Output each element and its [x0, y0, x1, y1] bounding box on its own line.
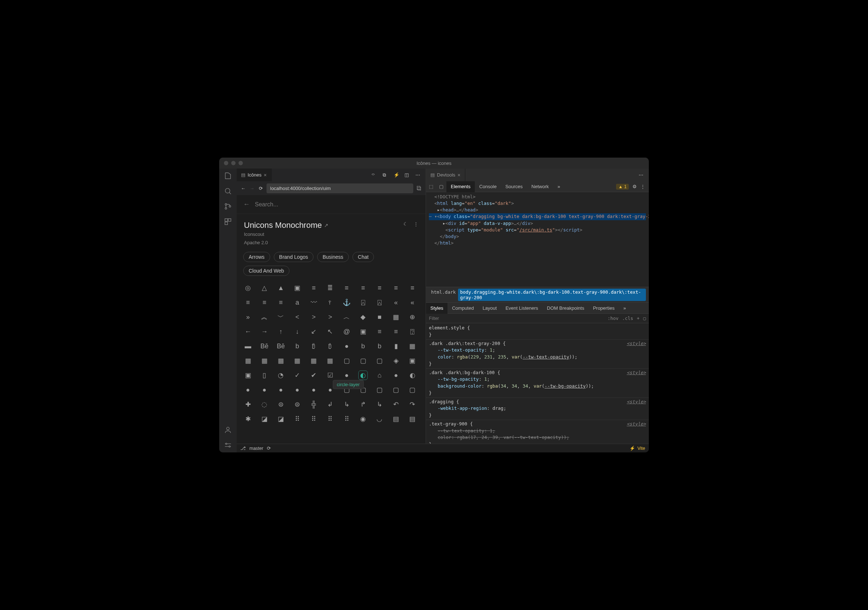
dom-selected-body[interactable]: ⋯ ▾<body class="dragging bg-white dark:b… [429, 213, 646, 220]
grid-icon[interactable]: > [326, 312, 335, 322]
grid-icon[interactable]: ≡ [375, 327, 384, 336]
grid-icon[interactable]: ⠿ [342, 414, 351, 424]
grid-icon[interactable]: ▦ [326, 356, 335, 365]
grid-icon[interactable]: ≡ [391, 327, 401, 336]
search-placeholder[interactable]: Search... [255, 201, 419, 208]
grid-icon[interactable]: ⫯ [326, 298, 335, 307]
subtab-styles[interactable]: Styles [426, 303, 448, 314]
git-branch[interactable]: master [250, 446, 263, 451]
grid-icon[interactable]: ⠿ [326, 414, 335, 424]
device-toggle-icon[interactable]: ▢ [436, 184, 446, 189]
reload-icon[interactable]: ⟳ [258, 186, 264, 191]
grid-icon[interactable]: ▬ [243, 341, 253, 351]
grid-icon[interactable]: » [243, 312, 253, 322]
grid-icon[interactable]: ▦ [243, 356, 253, 365]
grid-icon[interactable]: ≡ [342, 283, 351, 293]
subtab-computed[interactable]: Computed [448, 303, 478, 314]
grid-icon[interactable]: ▣ [408, 356, 417, 365]
crumb-html[interactable]: html.dark [429, 289, 458, 301]
grid-icon[interactable]: ▦ [391, 312, 401, 322]
grid-icon[interactable]: ← [243, 327, 253, 336]
dt-gear-icon[interactable]: ⚙ [632, 184, 637, 189]
grid-icon[interactable]: ▢ [408, 385, 417, 395]
dt-vmore-icon[interactable]: ⋮ [640, 184, 645, 189]
back-icon[interactable]: ← [240, 186, 246, 191]
grid-icon[interactable]: ▢ [358, 356, 368, 365]
tab-close-icon[interactable]: × [264, 172, 267, 178]
grid-icon[interactable]: ◉ [358, 414, 368, 424]
grid-icon[interactable]: ↖ [326, 327, 335, 336]
subtab-more[interactable]: » [619, 303, 630, 314]
explorer-icon[interactable] [223, 172, 232, 180]
grid-icon[interactable]: ✓ [293, 370, 302, 380]
external-link-icon[interactable]: ↗ [324, 222, 329, 228]
grid-icon[interactable]: ◔ [276, 370, 285, 380]
subtab-layout[interactable]: Layout [478, 303, 501, 314]
devtools-close-icon[interactable]: × [458, 172, 460, 178]
account-icon[interactable] [223, 426, 232, 434]
grid-icon[interactable]: Bē [260, 341, 269, 351]
subtab-dombreakpoints[interactable]: DOM Breakpoints [542, 303, 589, 314]
rule-text-gray-900[interactable]: <style> .text-gray-900 { --tw-text-opaci… [426, 420, 649, 444]
grid-icon[interactable]: ● [391, 370, 401, 380]
rule-elementstyle[interactable]: element.style { } [426, 324, 649, 339]
sync-icon[interactable]: ⟳ [267, 446, 271, 451]
grid-icon[interactable]: ▦ [408, 341, 417, 351]
search-back-icon[interactable]: ← [243, 201, 250, 208]
grid-icon[interactable]: < [293, 312, 302, 322]
grid-icon[interactable]: ▯ [260, 370, 269, 380]
grid-icon[interactable]: ● [293, 385, 302, 395]
grid-icon[interactable]: ● [276, 385, 285, 395]
right-more-icon[interactable]: ⋯ [639, 172, 645, 178]
grid-icon[interactable]: ≡ [375, 283, 384, 293]
grid-icon[interactable]: ✱ [243, 414, 253, 424]
grid-icon[interactable]: ⌂ [375, 370, 384, 380]
grid-icon[interactable]: ● [243, 385, 253, 395]
grid-icon[interactable]: ● [342, 370, 351, 380]
grid-icon[interactable]: b [358, 341, 368, 351]
grid-icon[interactable]: ◪ [260, 414, 269, 424]
grid-icon[interactable]: ▮ [391, 341, 401, 351]
grid-icon[interactable]: @ [342, 327, 351, 336]
grid-icon[interactable]: ↱ [358, 399, 368, 409]
grid-icon[interactable]: ⊕ [408, 312, 417, 322]
grid-icon[interactable]: ◡ [375, 414, 384, 424]
zap-icon[interactable]: ⚡ [394, 172, 400, 178]
git-branch-icon[interactable]: ⎇ [240, 446, 246, 451]
grid-icon[interactable]: ◪ [276, 414, 285, 424]
more-icon[interactable]: ⋯ [415, 172, 421, 178]
grid-icon[interactable]: ₿ [326, 341, 335, 351]
grid-icon[interactable]: Bē [276, 341, 285, 351]
warning-badge[interactable]: ▲ 1 [616, 184, 629, 190]
grid-icon[interactable]: ≡ [260, 298, 269, 307]
traffic-min[interactable] [231, 161, 236, 165]
grid-icon[interactable]: ▢ [391, 385, 401, 395]
tab-icones[interactable]: ▤ Icônes × [237, 169, 271, 181]
grid-icon[interactable]: ▣ [293, 283, 302, 293]
grid-icon[interactable]: > [309, 312, 319, 322]
grid-icon[interactable]: ≡ [309, 283, 319, 293]
grid-icon[interactable]: ⍓ [358, 298, 368, 307]
grid-icon[interactable]: 〰 [309, 298, 319, 307]
grid-icon[interactable]: ≣ [326, 283, 335, 293]
grid-icon[interactable]: ↷ [408, 399, 417, 409]
devtools-toggle-icon[interactable]: ⿻ [416, 186, 422, 191]
grid-icon[interactable]: ↶ [391, 399, 401, 409]
grid-icon[interactable]: ⠿ [293, 414, 302, 424]
subtab-properties[interactable]: Properties [589, 303, 619, 314]
grid-icon[interactable]: ↳ [375, 399, 384, 409]
grid-icon[interactable]: ₿ [309, 341, 319, 351]
grid-icon[interactable]: ⚓ [342, 298, 351, 307]
chip-cloud[interactable]: Cloud And Web [243, 266, 290, 276]
grid-icon[interactable]: ● [342, 341, 351, 351]
grid-icon[interactable]: ● [260, 385, 269, 395]
grid-icon[interactable]: ◆ [358, 312, 368, 322]
grid-icon[interactable]: ≡ [391, 283, 401, 293]
grid-icon[interactable]: ╬ [309, 399, 319, 409]
grid-icon[interactable]: b [375, 341, 384, 351]
grid-icon[interactable]: ↙ [309, 327, 319, 336]
dom-tree[interactable]: <!DOCTYPE html> <html lang="en" class="d… [426, 192, 649, 287]
grid-icon[interactable]: ⍰ [408, 327, 417, 336]
grid-icon[interactable]: △ [260, 283, 269, 293]
grid-icon[interactable]: ● [309, 385, 319, 395]
